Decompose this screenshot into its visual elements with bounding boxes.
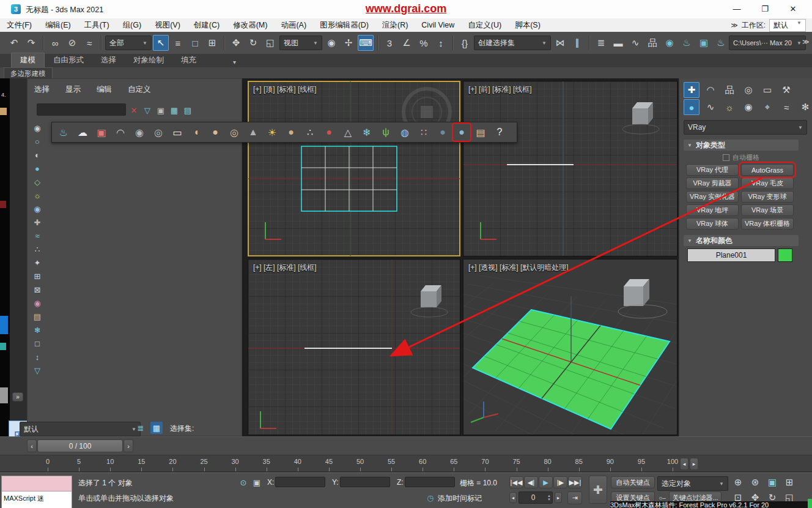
object-type-button[interactable]: VRay 球体 bbox=[686, 218, 739, 230]
time-slider-prev-icon[interactable]: ‹ bbox=[27, 439, 37, 452]
create-panel-icon[interactable]: ✚ bbox=[684, 82, 699, 98]
time-slider-next-icon[interactable]: › bbox=[124, 439, 133, 452]
object-type-button[interactable]: VRay 体积栅格 bbox=[741, 218, 794, 230]
explorer-menu-显示[interactable]: 显示 bbox=[65, 84, 81, 95]
vray-pyramid-icon[interactable]: △ bbox=[340, 124, 356, 140]
spinner-snap-icon[interactable]: ↕ bbox=[433, 35, 449, 51]
ribbon-tab-对象绘制[interactable]: 对象绘制 bbox=[125, 53, 172, 67]
time-slider-handle[interactable]: 0 / 100 bbox=[37, 439, 123, 452]
ribbon-tab-填充[interactable]: 填充 bbox=[172, 53, 205, 67]
vray-torus-icon[interactable]: ◎ bbox=[226, 124, 242, 140]
autogrid-checkbox[interactable] bbox=[723, 154, 729, 161]
se-show-hidden-icon[interactable]: □ bbox=[31, 337, 44, 350]
vray-highlighted-sphere-icon[interactable]: ● bbox=[454, 124, 470, 140]
vray-cloud-icon[interactable]: ☁ bbox=[75, 124, 90, 140]
sync-selection-icon[interactable]: ▦ bbox=[168, 103, 180, 117]
add-time-tag-button[interactable]: 添加时间标记 bbox=[438, 493, 482, 504]
vray-clipboard-icon[interactable]: ▤ bbox=[473, 124, 489, 140]
x-coordinate-field[interactable] bbox=[275, 477, 325, 487]
motion-panel-icon[interactable]: ◎ bbox=[740, 82, 756, 98]
zoom-icon[interactable]: ⊕ bbox=[731, 476, 745, 489]
object-type-button[interactable]: VRay 场景 bbox=[741, 204, 794, 216]
menubar-overflow-icon[interactable]: ≫ bbox=[731, 21, 738, 29]
space-warps-category-icon[interactable]: ≈ bbox=[778, 99, 794, 115]
viewport-top-label[interactable]: [+] [顶] [标准] [线框] bbox=[253, 84, 317, 95]
vray-sphere-blue-icon[interactable]: ◍ bbox=[397, 124, 413, 140]
vray-grass-icon[interactable]: ψ bbox=[378, 124, 394, 140]
toolbar-overflow-icon[interactable]: ≫ bbox=[802, 38, 810, 46]
use-pivot-center-icon[interactable]: ◉ bbox=[323, 35, 339, 51]
viewport-perspective[interactable]: [+] [透视] [标准] [默认明暗处理] bbox=[463, 259, 677, 435]
object-type-button[interactable]: VRay 变形球 bbox=[741, 191, 794, 203]
edit-named-sets-icon[interactable]: {} bbox=[457, 35, 473, 51]
zoom-extents-icon[interactable]: ▣ bbox=[766, 476, 779, 489]
viewport-top[interactable]: [+] [顶] [标准] [线框] bbox=[248, 81, 460, 256]
previous-frame-button[interactable]: ◀| bbox=[524, 476, 538, 488]
lock-icon[interactable]: ▣ bbox=[155, 103, 167, 117]
viewport-front[interactable]: [+] [前] [标准] [线框] bbox=[463, 81, 677, 256]
object-type-button[interactable]: VRay 地坪 bbox=[686, 204, 739, 216]
vray-camera-icon[interactable]: ◉ bbox=[131, 124, 147, 140]
vray-plane-icon[interactable]: ▭ bbox=[169, 124, 185, 140]
lights-category-icon[interactable]: ☼ bbox=[722, 99, 737, 115]
vray-cluster-icon[interactable]: ∷ bbox=[416, 124, 432, 140]
vray-scatter-icon[interactable]: ∴ bbox=[302, 124, 318, 140]
go-to-end-button[interactable]: ▶▶| bbox=[568, 476, 582, 488]
z-coordinate-field[interactable] bbox=[405, 477, 455, 487]
se-show-containers-icon[interactable]: ▤ bbox=[31, 310, 44, 323]
se-show-frozen-icon[interactable]: ❄ bbox=[31, 323, 44, 337]
undo-icon[interactable]: ↶ bbox=[6, 35, 22, 51]
select-and-scale-icon[interactable]: ◱ bbox=[262, 35, 278, 51]
go-to-start-button[interactable]: |◀◀ bbox=[509, 476, 523, 488]
shapes-category-icon[interactable]: ∿ bbox=[703, 99, 718, 115]
se-show-materials-icon[interactable]: ◉ bbox=[31, 296, 44, 310]
menubar-item-渲染(R)[interactable]: 渲染(R) bbox=[375, 20, 415, 31]
render-production-icon[interactable]: ♨ bbox=[713, 35, 729, 51]
systems-category-icon[interactable]: ✻ bbox=[797, 99, 812, 115]
bind-to-space-warp-icon[interactable]: ≈ bbox=[81, 35, 97, 51]
selection-set-list-icon[interactable]: ≣ bbox=[135, 422, 147, 434]
vray-help-icon[interactable]: ? bbox=[492, 124, 508, 140]
zoom-extents-all-icon[interactable]: ⊞ bbox=[783, 476, 796, 489]
angle-snap-icon[interactable]: ∠ bbox=[399, 35, 415, 51]
se-show-helpers-icon[interactable]: ✚ bbox=[31, 215, 44, 229]
keyboard-shortcut-override-icon[interactable]: ⌨ bbox=[358, 35, 374, 51]
redo-icon[interactable]: ↷ bbox=[23, 35, 39, 51]
pick-mode-icon[interactable]: ▤ bbox=[182, 103, 194, 117]
explorer-collapse-button[interactable]: » bbox=[12, 392, 23, 402]
explorer-menu-编辑[interactable]: 编辑 bbox=[97, 84, 112, 95]
explorer-preset-dropdown[interactable]: 默认▼ bbox=[20, 422, 141, 436]
menubar-item-创建(C)[interactable]: 创建(C) bbox=[187, 20, 226, 31]
se-filter-icon[interactable]: ▽ bbox=[31, 364, 44, 377]
reference-coordinate-dropdown[interactable]: 视图▼ bbox=[279, 35, 322, 50]
auto-key-button[interactable]: 自动关键点 bbox=[611, 476, 655, 488]
viewport-left-label[interactable]: [+] [左] [标准] [线框] bbox=[253, 263, 317, 273]
maxscript-mini-listener[interactable]: MAXScript 迷 bbox=[1, 476, 72, 508]
select-and-manipulate-icon[interactable]: ✢ bbox=[341, 35, 356, 51]
menubar-item-Civil View[interactable]: Civil View bbox=[415, 21, 461, 29]
trackbar-scroll-left-icon[interactable]: ◂ bbox=[680, 458, 688, 470]
selected-objects-dropdown[interactable]: 选定对象▼ bbox=[657, 476, 728, 491]
vray-capsule-icon[interactable]: ◖ bbox=[188, 124, 204, 140]
track-bar[interactable]: ◂ ▸ 051015202530354045505560657075808590… bbox=[0, 455, 812, 473]
menubar-item-组(G)[interactable]: 组(G) bbox=[116, 20, 149, 31]
ribbon-tab-选择[interactable]: 选择 bbox=[92, 53, 125, 67]
se-show-all-icon[interactable]: ◉ bbox=[31, 121, 44, 135]
se-show-invert-icon[interactable]: ◐ bbox=[31, 148, 44, 162]
vray-teapot-icon[interactable]: ♨ bbox=[56, 124, 72, 140]
se-show-lights-icon[interactable]: ☼ bbox=[31, 189, 44, 202]
vray-cone-icon[interactable]: ▲ bbox=[245, 124, 261, 140]
frame-spinner-icon[interactable]: ▲▼ bbox=[547, 494, 552, 501]
menubar-item-动画(A)[interactable]: 动画(A) bbox=[274, 20, 313, 31]
autograss-button[interactable]: AutoGrass bbox=[741, 164, 794, 176]
select-and-link-icon[interactable]: ∞ bbox=[47, 35, 63, 51]
se-show-space-warps-icon[interactable]: ≈ bbox=[31, 229, 44, 242]
menubar-item-修改器(M)[interactable]: 修改器(M) bbox=[226, 20, 274, 31]
selection-filter-dropdown[interactable]: 全部▼ bbox=[105, 35, 152, 50]
key-mode-toggle-button[interactable]: ⇥ bbox=[567, 491, 582, 504]
display-panel-icon[interactable]: ▭ bbox=[759, 82, 775, 98]
workspace-dropdown[interactable]: 默认▼ bbox=[769, 19, 806, 32]
current-frame-field[interactable]: 0 ▲▼ bbox=[519, 491, 553, 504]
unlink-selection-icon[interactable]: ⊘ bbox=[64, 35, 80, 51]
vray-geosphere-icon[interactable]: ● bbox=[283, 124, 299, 140]
